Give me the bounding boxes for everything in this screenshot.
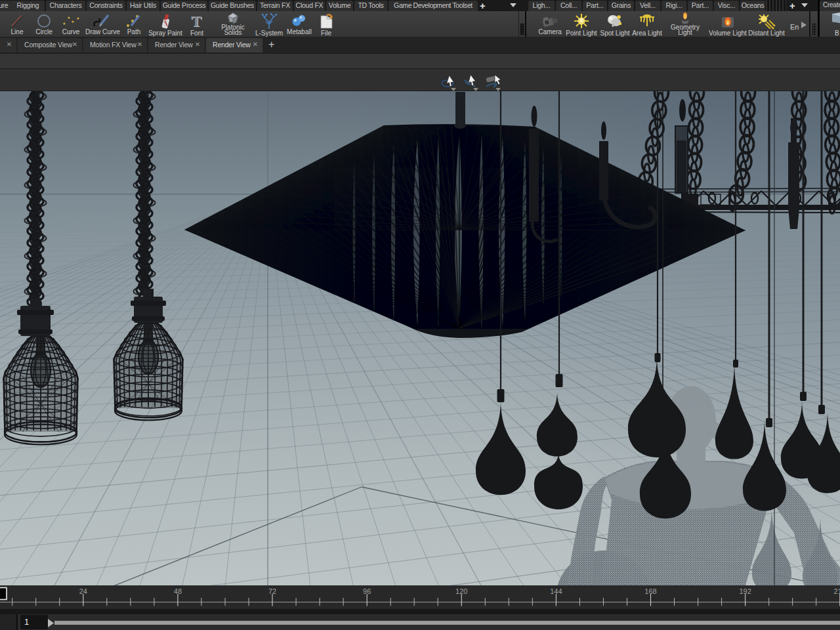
svg-text:192: 192 — [739, 587, 751, 595]
svg-text:72: 72 — [268, 587, 276, 595]
svg-text:T: T — [191, 13, 201, 30]
svg-text:120: 120 — [455, 587, 467, 595]
svg-text:24: 24 — [79, 587, 87, 595]
svg-text:216: 216 — [834, 587, 840, 595]
svg-text:168: 168 — [644, 587, 656, 595]
svg-text:96: 96 — [363, 587, 371, 595]
svg-text:144: 144 — [550, 587, 562, 595]
svg-text:48: 48 — [174, 587, 182, 595]
